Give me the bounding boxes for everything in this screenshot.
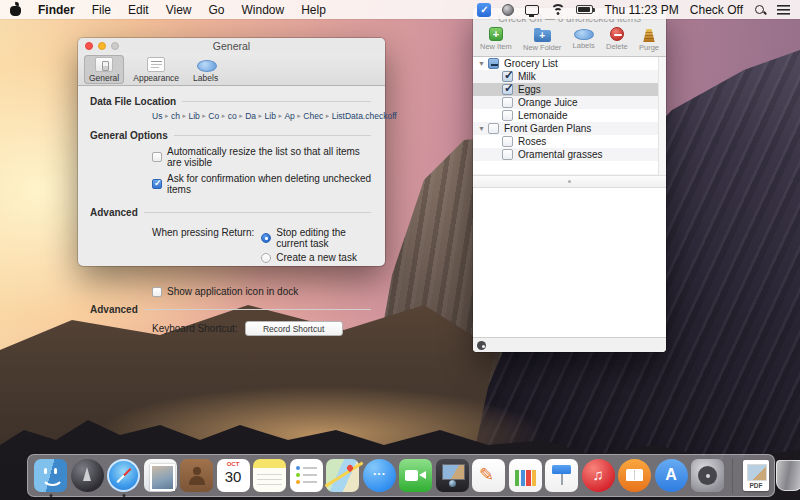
task-checkbox-unchecked[interactable] [502,136,513,147]
dock-icon-mail[interactable] [144,459,177,492]
prefs-title-bar[interactable]: General [78,38,385,53]
dock-icon-photo-booth[interactable] [436,459,469,492]
running-indicator [122,494,125,497]
menu-bar-app-name[interactable]: Check Off [690,3,743,17]
menu-edit[interactable]: Edit [128,3,149,17]
task-checkbox-unchecked[interactable] [502,97,513,108]
circle-menu-icon[interactable] [502,4,514,16]
checkbox-unchecked[interactable] [152,152,162,162]
menu-window[interactable]: Window [242,3,285,17]
dock-icon-calendar[interactable] [217,459,250,492]
menu-file[interactable]: File [92,3,111,17]
section-label: Advanced [90,304,138,315]
dock-icon-numbers[interactable] [509,459,542,492]
menu-finder[interactable]: Finder [38,3,75,17]
data-file-path[interactable]: Us▸ch▸Lib▸Co▸co▸Da▸Lib▸Ap▸Chec▸ListData.… [152,111,373,121]
group-checkbox-unchecked[interactable] [488,123,499,134]
dock-icon-ibooks[interactable] [618,459,651,492]
checkoff-menu-icon[interactable]: ✓ [477,3,491,17]
dock-icon-finder[interactable] [34,459,67,492]
path-segment[interactable]: Co [208,111,219,121]
tab-appearance[interactable]: Appearance [128,55,184,84]
radio-unselected[interactable] [261,253,271,263]
path-segment[interactable]: Lib [265,111,276,121]
path-file[interactable]: ListData.checkoff [332,111,397,121]
dock-icon-pdf-document[interactable] [743,460,769,491]
checkoff-window: Check Off — 6 unchecked items New ItemNe… [473,8,666,352]
dock [27,454,775,497]
path-segment[interactable]: Da [245,111,256,121]
dock-icon-contacts[interactable] [180,459,213,492]
dock-icon-notes[interactable] [253,459,286,492]
toolbar-button-labels[interactable]: Labels [573,27,595,50]
section-divider [182,101,371,102]
toolbar-button-new-item[interactable]: New Item [480,27,512,51]
task-row[interactable]: Milk [473,70,666,83]
task-row[interactable]: Orange Juice [473,96,666,109]
path-segment[interactable]: co [228,111,237,121]
task-row[interactable]: Eggs [473,83,658,96]
path-segment[interactable]: Lib [188,111,199,121]
detail-pane[interactable] [473,188,666,337]
folder-plus-icon [534,30,551,42]
disclosure-triangle-icon[interactable]: ▼ [478,60,488,67]
checkoff-toolbar: New ItemNew FolderLabelsDeletePurge [473,25,666,57]
dock-icon-app-store[interactable] [655,459,688,492]
dock-icon-launchpad[interactable] [71,459,104,492]
disclosure-triangle-icon[interactable]: ▼ [478,125,488,132]
path-segment[interactable]: Ap [284,111,294,121]
task-row[interactable]: Oramental grasses [473,148,666,161]
dock-icon-facetime[interactable] [399,459,432,492]
checkbox-checked[interactable] [152,179,162,189]
notification-center-icon[interactable] [777,5,790,15]
toolbar-button-purge[interactable]: Purge [639,27,659,52]
path-segment[interactable]: Us [152,111,162,121]
radio-selected[interactable] [261,233,271,243]
dock-icon-safari[interactable] [107,459,140,492]
section-label: Data File Location [90,96,176,107]
dock-icon-system-preferences[interactable] [691,459,724,492]
task-checkbox-checked[interactable] [502,84,513,95]
splitter-handle[interactable] [473,175,666,188]
menu-bar-clock[interactable]: Thu 11:23 PM [604,3,678,17]
minimize-button[interactable] [98,42,106,50]
task-checkbox-unchecked[interactable] [502,149,513,160]
apple-logo-icon[interactable] [10,3,21,16]
toolbar-button-new-folder[interactable]: New Folder [523,27,561,52]
checkbox-unchecked[interactable] [152,287,162,297]
close-button[interactable] [85,42,93,50]
prefs-window-title: General [213,40,250,52]
task-row[interactable]: Roses [473,135,666,148]
dock-icon-trash[interactable] [776,460,800,491]
gear-icon[interactable] [477,341,486,350]
path-segment[interactable]: ch [171,111,180,121]
toolbar-button-delete[interactable]: Delete [606,27,628,51]
list-group-row[interactable]: ▼Grocery List [473,57,666,70]
spotlight-icon[interactable] [754,4,766,16]
path-segment[interactable]: Chec [303,111,323,121]
dock-icon-pages[interactable] [472,459,505,492]
dock-icon-messages[interactable] [363,459,396,492]
section-divider [174,135,371,136]
tab-general[interactable]: General [84,55,124,84]
dock-icon-keynote[interactable] [545,459,578,492]
tab-labels[interactable]: Labels [188,55,223,84]
dock-icon-maps[interactable] [326,459,359,492]
group-checkbox-mixed[interactable] [488,58,499,69]
menu-go[interactable]: Go [209,3,225,17]
list-group-row[interactable]: ▼Front Garden Plans [473,122,666,135]
menu-view[interactable]: View [166,3,192,17]
display-menu-icon[interactable] [525,5,539,15]
record-shortcut-button[interactable]: Record Shortcut [245,321,343,336]
task-row[interactable]: Lemonaide [473,109,666,122]
dock-icon-reminders[interactable] [290,459,323,492]
menu-bar-right: ✓ Thu 11:23 PM Check Off [477,3,790,17]
toolbar-button-label: New Folder [523,43,561,52]
return-behavior-radios: Stop editing the current taskCreate a ne… [261,227,373,263]
task-checkbox-unchecked[interactable] [502,110,513,121]
menu-help[interactable]: Help [301,3,326,17]
wifi-icon[interactable] [550,4,565,15]
dock-icon-itunes[interactable] [582,459,615,492]
checkoff-task-list: ▼Grocery ListMilkEggsOrange JuiceLemonai… [473,57,666,175]
battery-icon[interactable] [576,5,593,14]
